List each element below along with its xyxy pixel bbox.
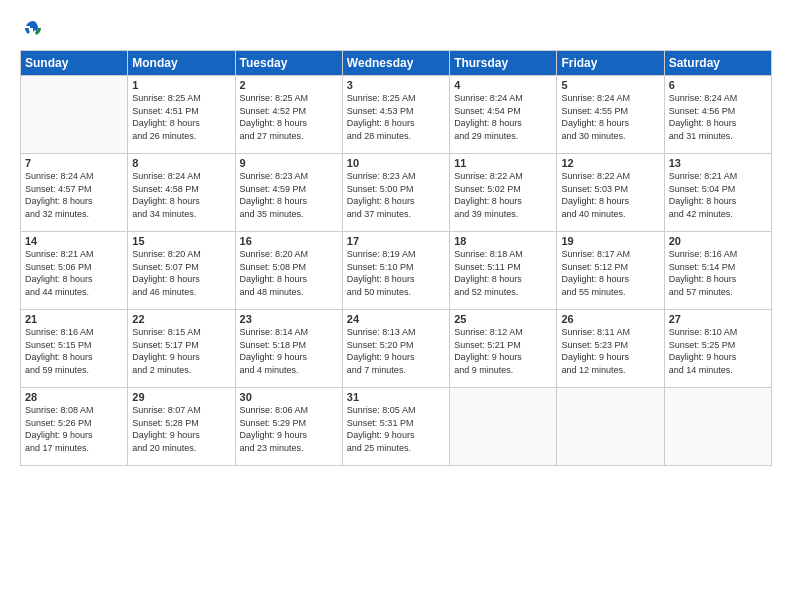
day-number: 19 [561,235,659,247]
day-header-sunday: Sunday [21,51,128,76]
day-header-wednesday: Wednesday [342,51,449,76]
day-number: 28 [25,391,123,403]
calendar-cell: 5Sunrise: 8:24 AM Sunset: 4:55 PM Daylig… [557,76,664,154]
day-info: Sunrise: 8:19 AM Sunset: 5:10 PM Dayligh… [347,248,445,298]
day-info: Sunrise: 8:23 AM Sunset: 4:59 PM Dayligh… [240,170,338,220]
day-info: Sunrise: 8:22 AM Sunset: 5:02 PM Dayligh… [454,170,552,220]
calendar-cell: 14Sunrise: 8:21 AM Sunset: 5:06 PM Dayli… [21,232,128,310]
day-number: 21 [25,313,123,325]
day-info: Sunrise: 8:25 AM Sunset: 4:52 PM Dayligh… [240,92,338,142]
day-number: 7 [25,157,123,169]
logo-icon [22,18,44,40]
header-section [20,18,772,40]
day-header-thursday: Thursday [450,51,557,76]
day-info: Sunrise: 8:14 AM Sunset: 5:18 PM Dayligh… [240,326,338,376]
calendar-cell: 27Sunrise: 8:10 AM Sunset: 5:25 PM Dayli… [664,310,771,388]
calendar-cell: 3Sunrise: 8:25 AM Sunset: 4:53 PM Daylig… [342,76,449,154]
day-info: Sunrise: 8:25 AM Sunset: 4:53 PM Dayligh… [347,92,445,142]
day-header-monday: Monday [128,51,235,76]
day-number: 6 [669,79,767,91]
day-number: 11 [454,157,552,169]
day-info: Sunrise: 8:20 AM Sunset: 5:07 PM Dayligh… [132,248,230,298]
calendar-cell: 15Sunrise: 8:20 AM Sunset: 5:07 PM Dayli… [128,232,235,310]
day-number: 26 [561,313,659,325]
calendar-cell: 25Sunrise: 8:12 AM Sunset: 5:21 PM Dayli… [450,310,557,388]
calendar-cell: 16Sunrise: 8:20 AM Sunset: 5:08 PM Dayli… [235,232,342,310]
day-number: 3 [347,79,445,91]
day-number: 16 [240,235,338,247]
day-info: Sunrise: 8:20 AM Sunset: 5:08 PM Dayligh… [240,248,338,298]
day-info: Sunrise: 8:08 AM Sunset: 5:26 PM Dayligh… [25,404,123,454]
calendar-cell: 20Sunrise: 8:16 AM Sunset: 5:14 PM Dayli… [664,232,771,310]
calendar-cell: 6Sunrise: 8:24 AM Sunset: 4:56 PM Daylig… [664,76,771,154]
calendar-cell: 19Sunrise: 8:17 AM Sunset: 5:12 PM Dayli… [557,232,664,310]
day-number: 14 [25,235,123,247]
day-number: 22 [132,313,230,325]
day-number: 31 [347,391,445,403]
calendar-cell: 30Sunrise: 8:06 AM Sunset: 5:29 PM Dayli… [235,388,342,466]
day-number: 24 [347,313,445,325]
day-number: 18 [454,235,552,247]
calendar-cell: 7Sunrise: 8:24 AM Sunset: 4:57 PM Daylig… [21,154,128,232]
day-number: 13 [669,157,767,169]
calendar-cell: 24Sunrise: 8:13 AM Sunset: 5:20 PM Dayli… [342,310,449,388]
day-info: Sunrise: 8:22 AM Sunset: 5:03 PM Dayligh… [561,170,659,220]
day-info: Sunrise: 8:21 AM Sunset: 5:06 PM Dayligh… [25,248,123,298]
day-info: Sunrise: 8:17 AM Sunset: 5:12 PM Dayligh… [561,248,659,298]
calendar-cell: 28Sunrise: 8:08 AM Sunset: 5:26 PM Dayli… [21,388,128,466]
day-info: Sunrise: 8:24 AM Sunset: 4:58 PM Dayligh… [132,170,230,220]
calendar-cell: 23Sunrise: 8:14 AM Sunset: 5:18 PM Dayli… [235,310,342,388]
day-number: 29 [132,391,230,403]
day-header-tuesday: Tuesday [235,51,342,76]
calendar-cell: 1Sunrise: 8:25 AM Sunset: 4:51 PM Daylig… [128,76,235,154]
day-number: 4 [454,79,552,91]
day-info: Sunrise: 8:18 AM Sunset: 5:11 PM Dayligh… [454,248,552,298]
calendar-cell [450,388,557,466]
calendar-cell: 2Sunrise: 8:25 AM Sunset: 4:52 PM Daylig… [235,76,342,154]
day-number: 30 [240,391,338,403]
calendar-cell: 8Sunrise: 8:24 AM Sunset: 4:58 PM Daylig… [128,154,235,232]
day-number: 23 [240,313,338,325]
day-number: 10 [347,157,445,169]
calendar-cell: 21Sunrise: 8:16 AM Sunset: 5:15 PM Dayli… [21,310,128,388]
header-row: SundayMondayTuesdayWednesdayThursdayFrid… [21,51,772,76]
calendar-cell [557,388,664,466]
day-number: 12 [561,157,659,169]
day-info: Sunrise: 8:24 AM Sunset: 4:55 PM Dayligh… [561,92,659,142]
calendar-cell: 22Sunrise: 8:15 AM Sunset: 5:17 PM Dayli… [128,310,235,388]
calendar-cell: 18Sunrise: 8:18 AM Sunset: 5:11 PM Dayli… [450,232,557,310]
day-number: 27 [669,313,767,325]
day-number: 25 [454,313,552,325]
day-info: Sunrise: 8:25 AM Sunset: 4:51 PM Dayligh… [132,92,230,142]
week-row-3: 14Sunrise: 8:21 AM Sunset: 5:06 PM Dayli… [21,232,772,310]
day-number: 8 [132,157,230,169]
logo [20,18,44,40]
calendar-cell: 26Sunrise: 8:11 AM Sunset: 5:23 PM Dayli… [557,310,664,388]
day-info: Sunrise: 8:06 AM Sunset: 5:29 PM Dayligh… [240,404,338,454]
day-info: Sunrise: 8:24 AM Sunset: 4:54 PM Dayligh… [454,92,552,142]
week-row-5: 28Sunrise: 8:08 AM Sunset: 5:26 PM Dayli… [21,388,772,466]
day-info: Sunrise: 8:10 AM Sunset: 5:25 PM Dayligh… [669,326,767,376]
calendar-cell: 17Sunrise: 8:19 AM Sunset: 5:10 PM Dayli… [342,232,449,310]
day-number: 2 [240,79,338,91]
day-number: 15 [132,235,230,247]
calendar-cell [664,388,771,466]
day-info: Sunrise: 8:11 AM Sunset: 5:23 PM Dayligh… [561,326,659,376]
calendar-cell [21,76,128,154]
calendar-page: SundayMondayTuesdayWednesdayThursdayFrid… [0,0,792,476]
day-info: Sunrise: 8:16 AM Sunset: 5:14 PM Dayligh… [669,248,767,298]
day-header-friday: Friday [557,51,664,76]
day-info: Sunrise: 8:23 AM Sunset: 5:00 PM Dayligh… [347,170,445,220]
day-info: Sunrise: 8:15 AM Sunset: 5:17 PM Dayligh… [132,326,230,376]
week-row-4: 21Sunrise: 8:16 AM Sunset: 5:15 PM Dayli… [21,310,772,388]
day-header-saturday: Saturday [664,51,771,76]
calendar-cell: 13Sunrise: 8:21 AM Sunset: 5:04 PM Dayli… [664,154,771,232]
calendar-cell: 4Sunrise: 8:24 AM Sunset: 4:54 PM Daylig… [450,76,557,154]
day-number: 17 [347,235,445,247]
calendar-cell: 31Sunrise: 8:05 AM Sunset: 5:31 PM Dayli… [342,388,449,466]
day-info: Sunrise: 8:24 AM Sunset: 4:56 PM Dayligh… [669,92,767,142]
calendar-cell: 11Sunrise: 8:22 AM Sunset: 5:02 PM Dayli… [450,154,557,232]
day-number: 20 [669,235,767,247]
day-number: 9 [240,157,338,169]
day-info: Sunrise: 8:24 AM Sunset: 4:57 PM Dayligh… [25,170,123,220]
